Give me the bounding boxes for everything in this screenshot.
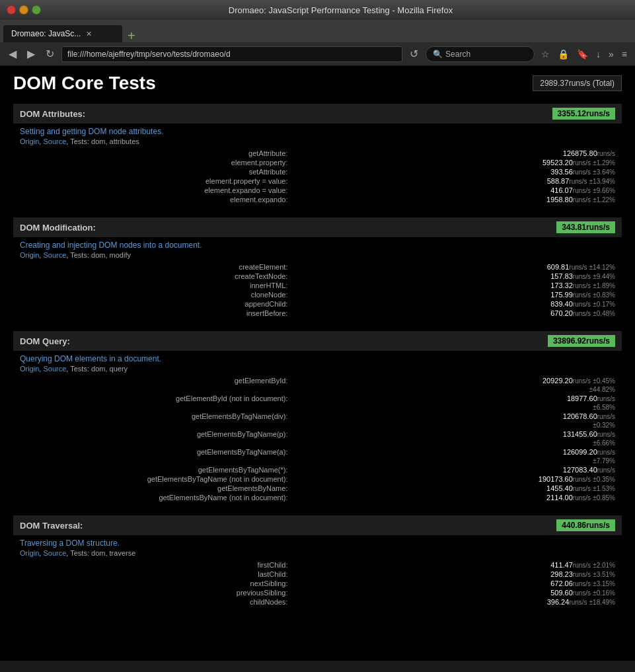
test-row-0-0: getAttribute:126875.80runs/s [20, 149, 615, 158]
section-title-dom-traversal: DOM Traversal: [20, 521, 83, 531]
search-icon: 🔍 [433, 50, 443, 59]
test-row-1-0: createElement:609.81runs/s ±14.12% [20, 262, 615, 272]
test-name-label: getElementsByTagName(div): [20, 412, 287, 420]
window-titlebar: Dromaeo: JavaScript Performance Testing … [0, 0, 635, 20]
test-value: 190173.60runs/s ±0.35% [377, 475, 615, 483]
page-title: DOM Core Tests [13, 73, 156, 94]
test-name-label: getElementsByName (not in document): [20, 494, 287, 502]
source-link[interactable]: Source [43, 251, 66, 259]
indent-row-2-4: ±6.66% [20, 439, 615, 447]
section-score-dom-query: 33896.92runs/s [548, 335, 615, 347]
section-score-dom-traversal: 440.86runs/s [556, 519, 615, 531]
test-row-0-3: element.property = value:588.87runs/s ±1… [20, 176, 615, 186]
lock-icon[interactable]: 🔒 [555, 48, 572, 61]
test-row-3-0: firstChild:411.47runs/s ±2.01% [20, 560, 615, 570]
section-score-dom-attributes: 3355.12runs/s [552, 108, 615, 120]
test-value: 298.23runs/s ±3.51% [377, 570, 615, 578]
indent-text: ±44.82% [348, 386, 615, 393]
test-name-label: firstChild: [20, 561, 287, 569]
test-row-2-1: getElementById (not in document):18977.6… [20, 394, 615, 403]
download-icon[interactable]: ↓ [593, 48, 603, 61]
test-row-2-0: getElementById:20929.20runs/s ±0.45% [20, 376, 615, 385]
test-value: 126099.20runs/s [377, 448, 615, 456]
test-row-3-2: nextSibling:672.06runs/s ±3.15% [20, 579, 615, 588]
test-row-1-4: appendChild:839.40runs/s ±0.17% [20, 299, 615, 309]
test-row-3-3: previousSibling:509.60runs/s ±0.16% [20, 588, 615, 597]
star-icon[interactable]: ☆ [539, 48, 552, 61]
test-row-2-7: getElementsByName:1455.40runs/s ±1.53% [20, 484, 615, 493]
source-link[interactable]: Source [43, 549, 66, 557]
test-value: 20929.20runs/s ±0.45% [377, 377, 615, 385]
close-button[interactable] [7, 5, 16, 15]
test-value: 411.47runs/s ±2.01% [377, 561, 615, 569]
indent-text: ±0.32% [348, 422, 615, 429]
test-value: 59523.20runs/s ±1.29% [377, 159, 615, 167]
test-name-label: getElementsByTagName(p): [20, 430, 287, 438]
test-row-1-2: innerHTML:173.32runs/s ±1.89% [20, 281, 615, 290]
test-name-label: getElementsByName: [20, 484, 287, 492]
source-link[interactable]: Source [43, 365, 66, 373]
test-value: 173.32runs/s ±1.89% [377, 281, 615, 289]
search-bar[interactable]: 🔍 Search [426, 46, 535, 62]
section-header-dom-query: DOM Query:33896.92runs/s [13, 331, 622, 351]
section-body-dom-attributes: Setting and getting DOM node attributes.… [13, 127, 622, 207]
section-dom-query: DOM Query:33896.92runs/sQuerying DOM ele… [13, 331, 622, 505]
section-links-dom-modification: Origin, Source, Tests: dom, modify [20, 251, 615, 259]
section-description-dom-traversal: Traversing a DOM structure. [20, 539, 615, 548]
back-button[interactable]: ◀ [5, 46, 20, 61]
test-value: 127083.40runs/s [377, 466, 615, 474]
total-badge: 2989.37runs/s (Total) [533, 75, 622, 91]
more-icon[interactable]: » [606, 48, 616, 61]
minimize-button[interactable] [19, 5, 28, 15]
test-row-0-5: element.expando:1958.80runs/s ±1.22% [20, 195, 615, 204]
test-name-label: element.property: [20, 159, 287, 167]
refresh-button[interactable]: ↻ [42, 46, 57, 61]
origin-link[interactable]: Origin [20, 365, 39, 373]
section-dom-traversal: DOM Traversal:440.86runs/sTraversing a D… [13, 515, 622, 610]
tab-close-button[interactable]: ✕ [86, 30, 92, 38]
reload-button[interactable]: ↺ [406, 46, 422, 61]
section-links-dom-attributes: Origin, Source, Tests: dom, attributes [20, 137, 615, 145]
test-name-label: nextSibling: [20, 579, 287, 587]
test-value: 839.40runs/s ±0.17% [377, 300, 615, 308]
window-controls [7, 5, 41, 15]
section-body-dom-traversal: Traversing a DOM structure.Origin, Sourc… [13, 539, 622, 610]
new-tab-button[interactable]: + [122, 29, 141, 42]
search-placeholder: Search [445, 50, 470, 59]
section-description-dom-modification: Creating and injecting DOM nodes into a … [20, 241, 615, 250]
test-value: 175.99runs/s ±0.83% [377, 291, 615, 299]
bookmark-icon[interactable]: 🔖 [574, 48, 591, 61]
test-value: 509.60runs/s ±0.16% [377, 589, 615, 597]
test-value: 416.07runs/s ±9.66% [377, 186, 615, 194]
indent-row-2-3: ±0.32% [20, 421, 615, 429]
test-name-label: getElementsByTagName(a): [20, 448, 287, 456]
tests-label: Tests: dom, attributes [70, 137, 139, 145]
test-name-label: element.property = value: [20, 177, 287, 185]
section-links-dom-query: Origin, Source, Tests: dom, query [20, 365, 615, 373]
url-bar[interactable] [61, 46, 402, 62]
menu-icon[interactable]: ≡ [619, 48, 630, 61]
tests-label: Tests: dom, modify [70, 251, 131, 259]
forward-button[interactable]: ▶ [24, 46, 38, 61]
test-name-label: createTextNode: [20, 272, 287, 280]
test-row-2-3: getElementsByTagName(p):131455.60runs/s [20, 429, 615, 439]
active-tab[interactable]: Dromaeo: JavaSc... ✕ [3, 25, 122, 42]
tests-label: Tests: dom, traverse [70, 549, 135, 557]
maximize-button[interactable] [32, 5, 41, 15]
test-row-2-2: getElementsByTagName(div):120678.60runs/… [20, 412, 615, 421]
address-bar: ◀ ▶ ↻ ↺ 🔍 Search ☆ 🔒 🔖 ↓ » ≡ [0, 42, 635, 66]
origin-link[interactable]: Origin [20, 251, 39, 259]
section-links-dom-traversal: Origin, Source, Tests: dom, traverse [20, 549, 615, 557]
test-value: 672.06runs/s ±3.15% [377, 579, 615, 587]
test-name-label: element.expando = value: [20, 186, 287, 194]
section-title-dom-modification: DOM Modification: [20, 223, 96, 233]
test-row-1-1: createTextNode:157.83runs/s ±9.44% [20, 272, 615, 281]
section-score-dom-modification: 343.81runs/s [556, 221, 615, 233]
test-value: 131455.60runs/s [377, 430, 615, 438]
origin-link[interactable]: Origin [20, 549, 39, 557]
indent-row-2-2: ±6.58% [20, 403, 615, 412]
test-name-label: previousSibling: [20, 589, 287, 597]
source-link[interactable]: Source [43, 137, 66, 145]
origin-link[interactable]: Origin [20, 137, 39, 145]
indent-text: ±6.58% [348, 404, 615, 411]
